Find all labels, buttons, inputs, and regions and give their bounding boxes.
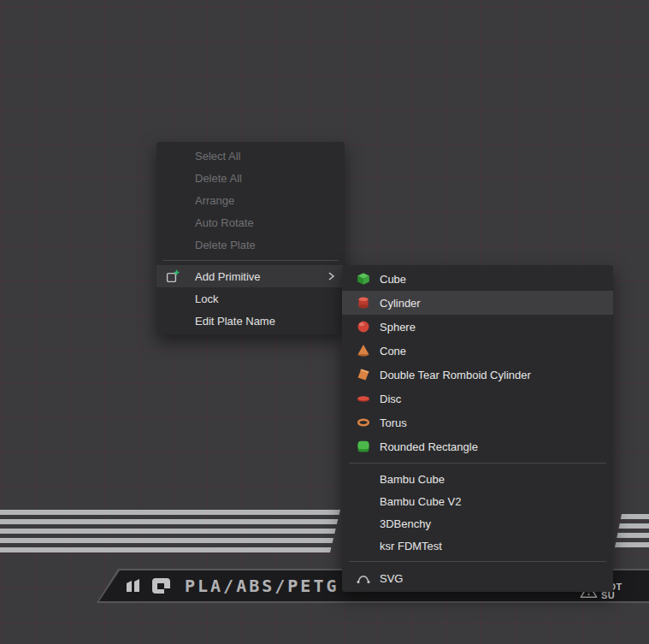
menu-item-label: Delete Plate bbox=[195, 239, 256, 251]
cone-icon bbox=[357, 344, 370, 357]
submenu-item-label: Cone bbox=[380, 345, 406, 357]
submenu-item-label: Double Tear Romboid Cylinder bbox=[380, 369, 531, 381]
submenu-item-label: Disc bbox=[380, 393, 401, 405]
submenu-item-label: Rounded Rectangle bbox=[380, 440, 478, 453]
disc-icon bbox=[357, 392, 370, 405]
sphere-icon bbox=[357, 320, 370, 334]
menu-item-lock[interactable]: Lock bbox=[156, 287, 345, 310]
plate-stripe bbox=[0, 510, 340, 515]
plate-context-menu: Select All Delete All Arrange Auto Rotat… bbox=[156, 142, 345, 334]
rounded-rectangle-icon bbox=[357, 440, 370, 453]
submenu-item-rounded-rectangle[interactable]: Rounded Rectangle bbox=[342, 434, 613, 458]
submenu-item-3dbenchy[interactable]: 3DBenchy bbox=[342, 512, 613, 535]
menu-separator bbox=[163, 260, 338, 261]
menu-item-add-primitive[interactable]: Add Primitive bbox=[156, 265, 345, 287]
submenu-item-bambu-cube[interactable]: Bambu Cube bbox=[342, 468, 613, 490]
chevron-right-icon bbox=[327, 271, 335, 281]
warning-line-2: SU bbox=[601, 591, 622, 600]
menu-item-delete-all: Delete All bbox=[156, 167, 345, 189]
menu-separator bbox=[349, 561, 606, 562]
submenu-item-double-tear-romboid-cylinder[interactable]: Double Tear Romboid Cylinder bbox=[342, 363, 613, 387]
plate-stripe bbox=[615, 514, 649, 519]
submenu-item-cylinder[interactable]: Cylinder bbox=[342, 291, 613, 315]
menu-item-label: Delete All bbox=[195, 172, 242, 185]
submenu-item-ksr-fdmtest[interactable]: ksr FDMTest bbox=[342, 535, 613, 557]
plate-stripe bbox=[615, 523, 649, 529]
add-primitive-submenu: Cube Cylinder Sphere bbox=[342, 265, 613, 592]
menu-item-label: Lock bbox=[195, 292, 218, 305]
plate-stripe bbox=[615, 533, 649, 538]
submenu-item-label: ksr FDMTest bbox=[380, 540, 442, 552]
submenu-item-disc[interactable]: Disc bbox=[342, 387, 613, 411]
menu-item-auto-rotate: Auto Rotate bbox=[156, 211, 345, 233]
plate-stripe bbox=[0, 529, 340, 534]
submenu-item-label: Sphere bbox=[380, 321, 416, 334]
plate-stripe bbox=[0, 519, 340, 524]
viewport-3d[interactable]: PLA/ABS/PETG HOT SU Select All Delete Al… bbox=[0, 0, 649, 644]
menu-item-label: Edit Plate Name bbox=[195, 315, 275, 328]
plate-stripe bbox=[0, 538, 340, 543]
menu-item-arrange: Arrange bbox=[156, 189, 345, 211]
submenu-item-label: Cylinder bbox=[380, 297, 421, 310]
romboid-cylinder-icon bbox=[357, 368, 370, 381]
submenu-item-label: Bambu Cube bbox=[380, 473, 445, 486]
submenu-item-bambu-cube-v2[interactable]: Bambu Cube V2 bbox=[342, 490, 613, 512]
submenu-item-label: 3DBenchy bbox=[380, 517, 431, 530]
plate-stripe bbox=[0, 547, 340, 552]
submenu-item-cube[interactable]: Cube bbox=[342, 267, 613, 291]
plate-stripes-right bbox=[615, 514, 649, 547]
menu-item-delete-plate: Delete Plate bbox=[156, 233, 345, 256]
menu-item-select-all: Select All bbox=[156, 145, 345, 167]
add-primitive-icon bbox=[166, 269, 180, 283]
plate-material-label: PLA/ABS/PETG bbox=[185, 576, 339, 596]
menu-item-edit-plate-name[interactable]: Edit Plate Name bbox=[156, 310, 345, 332]
menu-separator bbox=[349, 463, 606, 464]
menu-item-label: Auto Rotate bbox=[195, 216, 254, 229]
cube-icon bbox=[357, 272, 370, 286]
submenu-item-label: Cube bbox=[380, 273, 406, 286]
submenu-item-svg[interactable]: SVG bbox=[342, 566, 613, 590]
submenu-item-label: Bambu Cube V2 bbox=[380, 495, 461, 508]
submenu-item-cone[interactable]: Cone bbox=[342, 339, 613, 363]
submenu-item-label: Torus bbox=[380, 417, 407, 429]
submenu-item-torus[interactable]: Torus bbox=[342, 411, 613, 434]
cylinder-icon bbox=[357, 296, 370, 310]
bambu-logo-icon bbox=[125, 578, 144, 594]
submenu-item-sphere[interactable]: Sphere bbox=[342, 315, 613, 339]
menu-item-label: Select All bbox=[195, 150, 240, 162]
plate-stripe bbox=[615, 542, 649, 547]
svg-curve-icon bbox=[357, 571, 370, 585]
menu-item-label: Arrange bbox=[195, 194, 234, 207]
torus-icon bbox=[357, 416, 370, 429]
plate-logo-icon bbox=[151, 577, 172, 594]
plate-stripes-left bbox=[0, 510, 340, 552]
submenu-item-label: SVG bbox=[380, 572, 403, 585]
menu-item-label: Add Primitive bbox=[195, 270, 261, 283]
